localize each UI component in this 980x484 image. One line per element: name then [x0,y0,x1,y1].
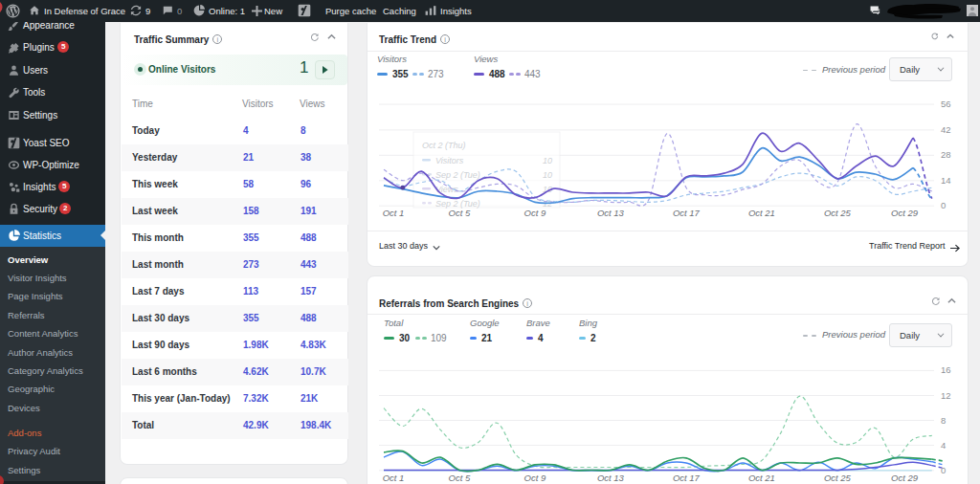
svg-text:4: 4 [941,440,946,451]
svg-text:Visitors: Visitors [435,156,464,165]
svg-text:Oct 25: Oct 25 [824,208,852,218]
svg-text:Oct 5: Oct 5 [449,208,471,218]
svg-text:Oct 17: Oct 17 [673,473,701,483]
svg-text:Sep 2 (Tue): Sep 2 (Tue) [435,199,480,209]
svg-text:28: 28 [941,149,951,160]
svg-text:Oct 5: Oct 5 [449,473,471,483]
svg-text:16: 16 [941,364,951,375]
svg-text:10: 10 [543,170,552,180]
svg-text:Oct 21: Oct 21 [748,473,775,483]
svg-text:Oct 9: Oct 9 [524,208,546,218]
svg-text:Oct 1: Oct 1 [383,473,405,483]
svg-text:Oct 29: Oct 29 [891,473,919,483]
svg-text:Oct 17: Oct 17 [673,208,701,218]
svg-text:8: 8 [941,415,946,426]
svg-text:42: 42 [941,124,951,135]
svg-text:14: 14 [941,175,951,186]
svg-text:Oct 21: Oct 21 [748,208,775,218]
svg-text:Sep 2 (Tue): Sep 2 (Tue) [435,170,480,180]
svg-text:12: 12 [941,390,951,401]
svg-text:Oct 2 (Thu): Oct 2 (Thu) [422,141,466,150]
svg-text:Oct 9: Oct 9 [524,473,546,483]
svg-text:10: 10 [543,156,552,165]
svg-text:0: 0 [941,465,946,475]
svg-text:56: 56 [941,99,951,109]
svg-text:Oct 25: Oct 25 [824,473,852,483]
svg-text:Oct 13: Oct 13 [597,473,625,483]
svg-text:0: 0 [941,200,946,210]
svg-text:Oct 29: Oct 29 [891,208,919,218]
svg-text:Oct 1: Oct 1 [383,208,405,218]
svg-text:Oct 13: Oct 13 [597,208,625,218]
